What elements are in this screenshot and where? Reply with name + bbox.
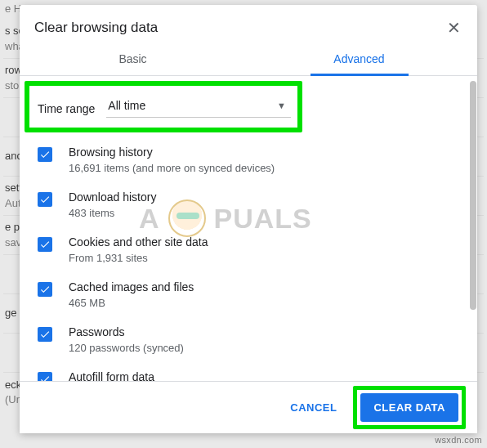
tabs: Basic Advanced [20,44,477,76]
time-range-label: Time range [33,102,95,115]
item-subtitle: 465 MB [69,297,194,309]
checkbox-passwords[interactable] [38,327,52,342]
chevron-down-icon: ▼ [277,101,286,110]
check-icon [39,284,51,295]
check-icon [39,149,51,160]
list-item: Download history 483 items [38,190,441,219]
dialog-footer: Cancel Clear data [20,381,477,433]
list-item: Cookies and other site data From 1,931 s… [38,235,441,264]
list-item: Cached images and files 465 MB [38,280,441,309]
check-icon [39,194,51,205]
list-item: Autofill form data [38,370,441,381]
source-attribution: wsxdn.com [435,435,482,445]
data-types-list: Browsing history 16,691 items (and more … [31,141,466,381]
item-title: Browsing history [69,146,275,159]
check-icon [39,239,51,250]
highlight-box: Clear data [353,386,466,429]
clear-data-button[interactable]: Clear data [360,393,458,422]
checkbox-browsing-history[interactable] [38,147,52,162]
item-subtitle: 483 items [69,207,156,219]
list-item: Passwords 120 passwords (synced) [38,325,441,354]
item-subtitle: 16,691 items (and more on synced devices… [69,162,275,174]
item-subtitle: From 1,931 sites [69,252,208,264]
clear-browsing-data-dialog: Clear browsing data ✕ Basic Advanced Tim… [20,5,477,433]
cancel-button[interactable]: Cancel [277,393,350,422]
checkbox-cache[interactable] [38,282,52,297]
time-range-value: All time [108,99,145,112]
check-icon [39,329,51,340]
item-title: Cached images and files [69,280,194,293]
item-title: Download history [69,190,156,204]
dialog-content: Time range All time ▼ Browsing history 1… [20,76,477,381]
tab-advanced[interactable]: Advanced [246,44,472,75]
item-subtitle: 120 passwords (synced) [69,342,184,354]
item-title: Autofill form data [69,370,154,381]
checkbox-cookies[interactable] [38,237,52,252]
time-range-row: Time range All time ▼ [25,81,302,132]
scrollbar[interactable] [470,81,476,310]
dialog-title: Clear browsing data [34,20,158,36]
close-icon[interactable]: ✕ [447,20,461,36]
check-icon [39,374,51,381]
list-item: Browsing history 16,691 items (and more … [38,146,441,174]
item-title: Passwords [69,325,184,338]
time-range-select[interactable]: All time ▼ [106,99,291,118]
item-title: Cookies and other site data [69,235,208,249]
tab-basic[interactable]: Basic [20,44,246,75]
checkbox-autofill[interactable] [38,372,52,381]
checkbox-download-history[interactable] [38,192,52,207]
